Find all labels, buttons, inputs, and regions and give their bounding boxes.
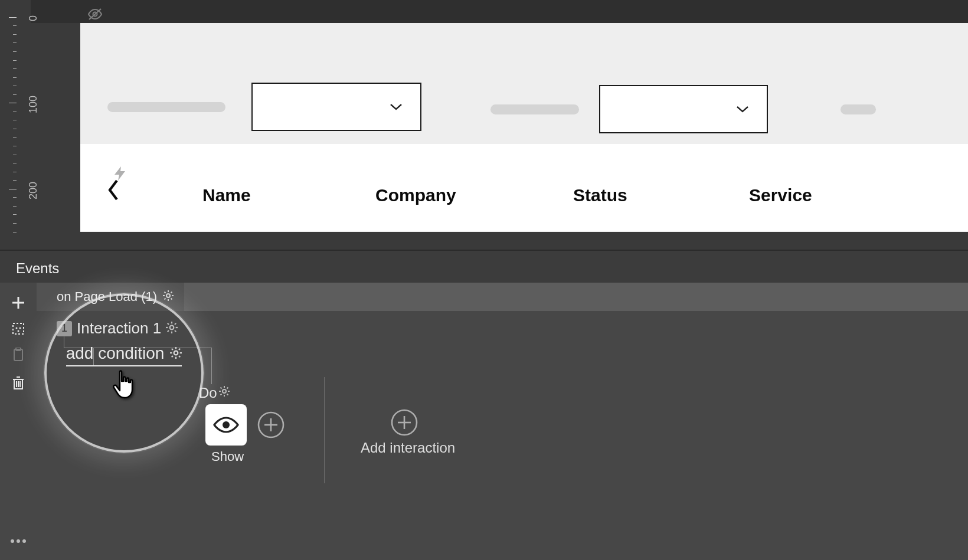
back-button[interactable] bbox=[106, 178, 120, 204]
filter-row bbox=[80, 23, 968, 143]
svg-point-17 bbox=[11, 539, 14, 543]
add-action-button[interactable] bbox=[257, 411, 284, 441]
select-area-button[interactable] bbox=[0, 316, 37, 342]
dropdown-1[interactable] bbox=[251, 83, 421, 131]
action-show-tile[interactable] bbox=[205, 404, 247, 446]
do-label: Do bbox=[199, 385, 217, 401]
svg-line-26 bbox=[171, 299, 172, 300]
eye-off-icon[interactable] bbox=[87, 8, 103, 23]
add-interaction-button[interactable] bbox=[391, 409, 418, 438]
chevron-down-icon bbox=[736, 106, 749, 113]
svg-line-25 bbox=[165, 292, 166, 293]
column-header-status[interactable]: Status bbox=[573, 185, 627, 205]
gear-icon[interactable] bbox=[219, 386, 230, 399]
ruler-mark: 100 bbox=[27, 96, 40, 113]
add-event-button[interactable] bbox=[0, 290, 37, 316]
placeholder-pill bbox=[490, 104, 579, 114]
svg-line-44 bbox=[227, 394, 228, 395]
svg-line-43 bbox=[221, 388, 222, 389]
column-header-name[interactable]: Name bbox=[202, 185, 251, 205]
chevron-down-icon bbox=[390, 103, 403, 110]
svg-point-7 bbox=[19, 328, 21, 329]
action-show-label: Show bbox=[211, 449, 244, 464]
svg-point-20 bbox=[166, 294, 170, 297]
svg-point-19 bbox=[22, 539, 26, 543]
interaction-label: Interaction 1 bbox=[77, 319, 161, 338]
gear-icon[interactable] bbox=[166, 322, 178, 336]
interaction-index: 1 bbox=[57, 321, 72, 336]
gear-icon[interactable] bbox=[163, 289, 174, 304]
event-trigger-title: on Page Load (1) bbox=[57, 289, 157, 304]
top-bar bbox=[0, 0, 968, 23]
add-interaction-label: Add interaction bbox=[361, 440, 455, 456]
svg-point-38 bbox=[223, 389, 226, 393]
svg-point-8 bbox=[18, 330, 19, 332]
table-header-bar: Name Company Status Service bbox=[80, 144, 968, 231]
svg-line-35 bbox=[175, 330, 176, 332]
events-toolbar bbox=[0, 283, 37, 560]
event-tree: 1 Interaction 1 Do Show A bbox=[37, 311, 968, 560]
svg-line-37 bbox=[175, 323, 176, 324]
svg-line-27 bbox=[165, 299, 166, 300]
events-panel: on Page Load (1) 1 Interaction 1 Do bbox=[0, 283, 968, 560]
ruler-mark: 200 bbox=[27, 182, 40, 199]
svg-line-28 bbox=[171, 292, 172, 293]
placeholder-pill bbox=[841, 104, 876, 114]
ruler-vertical: 0 100 200 bbox=[0, 0, 31, 250]
vertical-divider bbox=[324, 377, 325, 483]
placeholder-pill bbox=[107, 102, 225, 112]
svg-point-18 bbox=[17, 539, 20, 543]
interaction-node[interactable]: 1 Interaction 1 bbox=[57, 319, 178, 338]
svg-point-6 bbox=[16, 328, 18, 329]
column-header-service[interactable]: Service bbox=[749, 185, 812, 205]
dropdown-2[interactable] bbox=[599, 85, 768, 133]
tab-events[interactable]: Events bbox=[16, 260, 59, 285]
event-trigger-row[interactable]: on Page Load (1) bbox=[37, 283, 968, 311]
svg-line-36 bbox=[168, 330, 169, 332]
eye-icon bbox=[213, 416, 239, 434]
events-tabs: Events bbox=[0, 250, 968, 283]
column-header-company[interactable]: Company bbox=[375, 185, 456, 205]
svg-line-34 bbox=[168, 323, 169, 324]
ruler-mark: 0 bbox=[27, 15, 40, 21]
delete-button[interactable] bbox=[0, 370, 37, 396]
more-button[interactable] bbox=[0, 539, 37, 543]
svg-line-46 bbox=[227, 388, 228, 389]
svg-point-29 bbox=[170, 325, 174, 329]
clipboard-button bbox=[0, 342, 37, 368]
svg-line-45 bbox=[221, 394, 222, 395]
event-header-spacer bbox=[184, 283, 968, 311]
design-canvas[interactable]: Name Company Status Service bbox=[80, 23, 968, 232]
svg-rect-5 bbox=[13, 323, 24, 334]
svg-point-47 bbox=[223, 421, 230, 428]
